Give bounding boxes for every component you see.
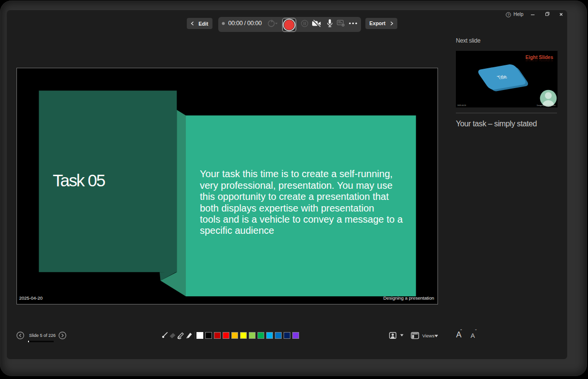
- svg-text:?: ?: [507, 13, 509, 17]
